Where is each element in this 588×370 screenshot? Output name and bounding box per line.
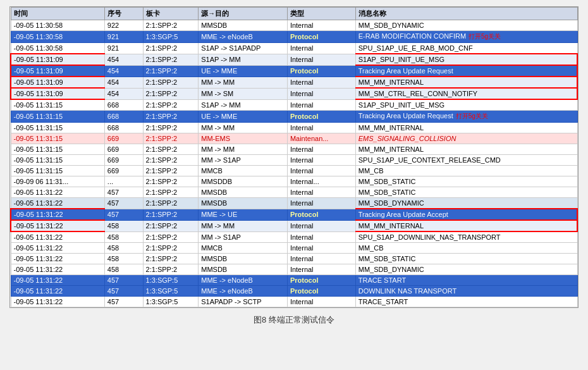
table-cell: Internal: [287, 77, 355, 88]
table-row: -09-05 11:31:224572:1:SPP:2MME -> UEProt…: [11, 209, 577, 220]
table-cell: Internal: [287, 187, 355, 198]
table-cell: -09-05 11:31:15: [11, 155, 104, 166]
table-cell: 921: [104, 31, 143, 43]
table-cell: 457: [104, 209, 143, 220]
table-cell: 921: [104, 43, 143, 54]
table-cell: MM_SDB_STATIC: [355, 176, 577, 187]
table-cell: 2:1:SPP:2: [143, 88, 199, 99]
table-cell: MMSDDB: [199, 176, 288, 187]
col-type: 类型: [287, 8, 355, 20]
table-row: -09-05 11:30:589212:1:SPP:2S1AP -> S1APA…: [11, 43, 577, 54]
table-cell: MM_SDB_STATIC: [355, 187, 577, 198]
table-cell: 2:1:SPP:2: [143, 166, 199, 176]
table-cell: 2:1:SPP:2: [143, 77, 199, 88]
table-cell: 2:1:SPP:2: [143, 144, 199, 155]
table-cell: -09-05 11:31:22: [11, 254, 104, 264]
table-cell: Protocol: [287, 31, 355, 43]
table-cell: MM_SM_CTRL_REL_CONN_NOTIFY: [355, 88, 577, 99]
table-cell: 457: [104, 297, 143, 307]
table-cell: 2:1:SPP:2: [143, 155, 199, 166]
table-cell: MM -> S1AP: [199, 231, 288, 243]
table-row: -09-09 06 11:31......2:1:SPP:2MMSDDBInte…: [11, 176, 577, 187]
table-cell: 454: [104, 77, 143, 88]
col-srcdst: 源→目的: [199, 8, 288, 20]
table-cell: 2:1:SPP:2: [143, 264, 199, 275]
table-cell: MM_MM_INTERNAL: [355, 123, 577, 133]
table-cell: MM_SDB_STATIC: [355, 254, 577, 264]
table-cell: TRACE START: [355, 275, 577, 286]
table-cell: S1AP -> MM: [199, 99, 288, 111]
table-cell: 2:1:SPP:2: [143, 254, 199, 264]
table-cell: MMCB: [199, 243, 288, 254]
table-cell: ...: [104, 176, 143, 187]
table-cell: 458: [104, 220, 143, 231]
table-cell: MMCB: [199, 166, 288, 176]
table-cell: 2:1:SPP:2: [143, 220, 199, 231]
table-row: -09-05 11:31:224572:1:SPP:2MMSDBInternal…: [11, 187, 577, 198]
table-cell: Internal: [287, 155, 355, 166]
table-cell: Tracking Area Update Request打开5g关关: [355, 111, 577, 123]
table-row: -09-05 11:31:094542:1:SPP:2S1AP -> MMInt…: [11, 54, 577, 65]
table-cell: 2:1:SPP:2: [143, 54, 199, 65]
table-cell: 2:1:SPP:2: [143, 99, 199, 111]
signal-table: 时间 序号 板卡 源→目的 类型 消息名称 -09-05 11:30:58922…: [10, 7, 578, 307]
table-cell: Internal: [287, 254, 355, 264]
table-cell: MM_MM_INTERNAL: [355, 220, 577, 231]
table-cell: 669: [104, 166, 143, 176]
table-cell: -09-05 11:31:22: [11, 243, 104, 254]
table-cell: 2:1:SPP:2: [143, 231, 199, 243]
table-row: -09-05 11:31:156692:1:SPP:2MM -> S1APInt…: [11, 155, 577, 166]
table-cell: 2:1:SPP:2: [143, 20, 199, 31]
table-cell: 454: [104, 88, 143, 99]
table-cell: 457: [104, 286, 143, 297]
table-cell: 669: [104, 133, 143, 144]
table-cell: 2:1:SPP:2: [143, 111, 199, 123]
table-cell: 2:1:SPP:2: [143, 176, 199, 187]
main-table-container: 时间 序号 板卡 源→目的 类型 消息名称 -09-05 11:30:58922…: [9, 6, 579, 308]
table-cell: -09-05 11:31:15: [11, 111, 104, 123]
table-row: -09-05 11:31:224582:1:SPP:2MM -> S1APInt…: [11, 231, 577, 243]
table-cell: 458: [104, 264, 143, 275]
table-cell: SPU_S1AP_DOWNLINK_NAS_TRANSPORT: [355, 231, 577, 243]
table-row: -09-05 11:31:156682:1:SPP:2S1AP -> MMInt…: [11, 99, 577, 111]
figure-caption: 图8 终端正常测试信令: [254, 314, 334, 326]
table-cell: Internal...: [287, 176, 355, 187]
table-cell: -09-05 11:31:22: [11, 220, 104, 231]
table-cell: MM-EMS: [199, 133, 288, 144]
table-row: -09-05 11:31:094542:1:SPP:2UE -> MMEProt…: [11, 65, 577, 77]
table-cell: S1AP -> S1APADP: [199, 43, 288, 54]
table-cell: -09-05 11:31:15: [11, 166, 104, 176]
table-cell: -09-05 11:31:22: [11, 198, 104, 209]
table-cell: Internal: [287, 198, 355, 209]
table-cell: Internal: [287, 243, 355, 254]
table-cell: MM -> MM: [199, 77, 288, 88]
table-cell: -09-05 11:31:22: [11, 264, 104, 275]
table-cell: SPU_S1AP_UE_CONTEXT_RELEASE_CMD: [355, 155, 577, 166]
table-cell: Protocol: [287, 65, 355, 77]
table-cell: -09-05 11:31:22: [11, 231, 104, 243]
table-cell: -09-05 11:31:15: [11, 144, 104, 155]
table-cell: Internal: [287, 54, 355, 65]
table-cell: MM -> SM: [199, 88, 288, 99]
table-cell: UE -> MME: [199, 111, 288, 123]
table-cell: -09-05 11:30:58: [11, 20, 104, 31]
table-cell: -09-05 11:31:09: [11, 88, 104, 99]
table-cell: MM_SDB_DYNAMIC: [355, 20, 577, 31]
table-cell: 1:3:SGP:5: [143, 297, 199, 307]
table-cell: 669: [104, 155, 143, 166]
table-cell: Tracking Area Update Accept: [355, 209, 577, 220]
table-cell: MM_SDB_DYNAMIC: [355, 264, 577, 275]
table-cell: Protocol: [287, 286, 355, 297]
table-cell: 1:3:SGP:5: [143, 286, 199, 297]
table-cell: 2:1:SPP:2: [143, 243, 199, 254]
table-cell: 669: [104, 144, 143, 155]
table-row: -09-05 11:31:156692:1:SPP:2MM -> MMInter…: [11, 144, 577, 155]
table-row: -09-05 11:31:224582:1:SPP:2MMSDBInternal…: [11, 254, 577, 264]
table-cell: 2:1:SPP:2: [143, 43, 199, 54]
table-cell: -09-05 11:30:58: [11, 31, 104, 43]
table-cell: Tracking Area Update Request: [355, 65, 577, 77]
table-cell: 458: [104, 254, 143, 264]
table-row: -09-05 11:31:224572:1:SPP:2MMSDBInternal…: [11, 198, 577, 209]
table-cell: 2:1:SPP:2: [143, 187, 199, 198]
table-cell: 922: [104, 20, 143, 31]
